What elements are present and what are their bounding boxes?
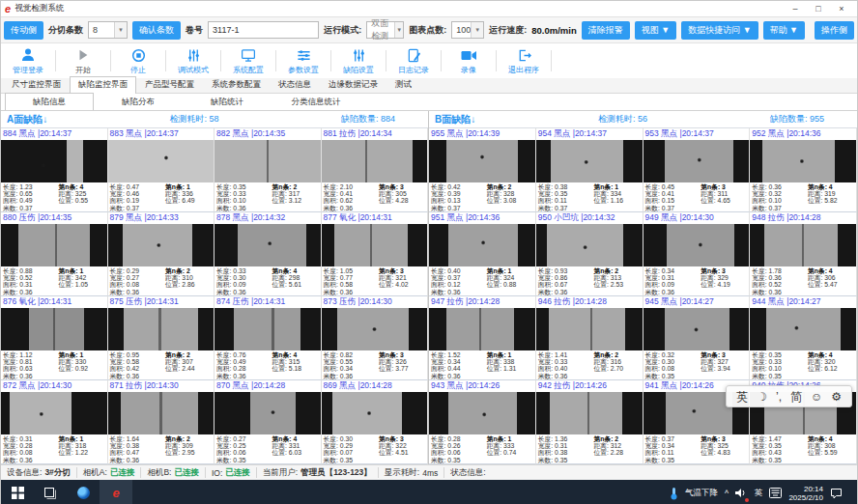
action-slidersh-button[interactable]: 参数设置 xyxy=(278,44,329,77)
task-view-button[interactable] xyxy=(34,480,67,504)
defect-image[interactable] xyxy=(644,140,750,182)
defect-image[interactable] xyxy=(644,308,750,350)
defect-image[interactable] xyxy=(1,392,107,434)
ime-simplified[interactable]: 简 xyxy=(790,391,802,403)
weather-text[interactable]: 气温下降 xyxy=(685,488,718,499)
main-tab-2[interactable]: 产品型号配置 xyxy=(136,76,203,93)
defect-card[interactable]: 878 黑点 |20:14:32 长度: 0.33 宽度: 0.30 面积: 0… xyxy=(214,212,322,296)
defect-image[interactable] xyxy=(214,392,321,434)
main-tab-4[interactable]: 状态信息 xyxy=(270,76,320,93)
main-tab-1[interactable]: 缺陷监控界面 xyxy=(70,76,136,94)
defect-card[interactable]: 874 压伤 |20:14:31 长度: 0.76 宽度: 0.49 面积: 0… xyxy=(214,296,322,380)
ime-lang-en[interactable]: 英 xyxy=(736,391,748,403)
defect-image[interactable] xyxy=(214,308,321,350)
defect-card[interactable]: 871 拉伤 |20:14:30 长度: 1.64 宽度: 0.38 面积: 0… xyxy=(108,380,215,464)
main-tab-3[interactable]: 系统参数配置 xyxy=(203,76,270,93)
defect-card[interactable]: 948 拉伤 |20:14:28 长度: 1.78 宽度: 0.36 面积: 0… xyxy=(750,212,857,296)
defect-card[interactable]: 949 黑点 |20:14:30 长度: 0.34 宽度: 0.31 面积: 0… xyxy=(644,212,751,296)
defect-image[interactable] xyxy=(108,308,214,350)
help-menu-button[interactable]: 帮助 ▼ xyxy=(763,21,805,40)
defect-card[interactable]: 880 压伤 |20:14:35 长度: 0.88 宽度: 0.52 面积: 0… xyxy=(1,212,108,296)
defect-image[interactable] xyxy=(750,224,856,266)
roll-number-input[interactable]: 3117-1 xyxy=(208,21,319,39)
action-log-button[interactable]: 日志记录 xyxy=(388,44,439,77)
strip-count-select[interactable]: 8▼ xyxy=(88,21,128,39)
defect-image[interactable] xyxy=(1,308,107,350)
defect-card[interactable]: 877 氧化 |20:14:31 长度: 1.05 宽度: 0.77 面积: 0… xyxy=(322,212,429,296)
defect-card[interactable]: 954 黑点 |20:14:37 长度: 0.38 宽度: 0.35 面积: 0… xyxy=(536,128,644,212)
keyboard-icon[interactable] xyxy=(769,488,782,498)
defect-image[interactable] xyxy=(322,392,428,434)
defect-card[interactable]: 952 黑点 |20:14:36 长度: 0.36 宽度: 0.32 面积: 0… xyxy=(750,128,857,212)
operator-side-button[interactable]: 操作侧 xyxy=(815,21,854,40)
defect-card[interactable]: 876 氧化 |20:14:31 长度: 1.12 宽度: 0.81 面积: 0… xyxy=(1,296,108,380)
defect-card[interactable]: 872 黑点 |20:14:30 长度: 0.31 宽度: 0.28 面积: 0… xyxy=(1,380,108,464)
defect-image[interactable] xyxy=(322,308,428,350)
action-monitor-button[interactable]: 系统配置 xyxy=(223,44,273,77)
defect-image[interactable] xyxy=(214,140,321,182)
defect-image[interactable] xyxy=(1,224,107,266)
defect-image[interactable] xyxy=(750,140,856,182)
defect-image[interactable] xyxy=(750,308,856,350)
start-button[interactable] xyxy=(1,480,34,504)
main-tab-6[interactable]: 测试 xyxy=(386,76,420,93)
action-camera-button[interactable]: 录像 xyxy=(443,44,494,77)
main-tab-5[interactable]: 边缘数据记录 xyxy=(320,76,386,93)
defect-image[interactable] xyxy=(108,392,214,434)
defect-image[interactable] xyxy=(214,224,321,266)
ime-language-indicator[interactable]: 英 xyxy=(755,488,763,499)
sub-tab-1[interactable]: 缺陷分布 xyxy=(94,94,183,110)
defect-image[interactable] xyxy=(536,140,643,182)
action-stop-button[interactable]: 停止 xyxy=(113,44,163,77)
run-mode-select[interactable]: 双面检测▼ xyxy=(366,21,404,39)
defect-image[interactable] xyxy=(108,140,214,182)
sub-tab-3[interactable]: 分类信息统计 xyxy=(272,94,360,110)
taskbar-clock[interactable]: 20:14 2025/2/10 xyxy=(788,485,823,502)
volume-icon[interactable] xyxy=(735,485,748,502)
confirm-strips-button[interactable]: 确认条数 xyxy=(132,21,181,40)
maximize-button[interactable]: □ xyxy=(807,4,830,14)
defect-card[interactable]: 955 黑点 |20:14:39 长度: 0.42 宽度: 0.39 面积: 0… xyxy=(429,128,536,212)
sub-tab-2[interactable]: 缺陷统计 xyxy=(183,94,272,110)
defect-image[interactable] xyxy=(108,224,214,266)
inspection-app-icon[interactable]: e xyxy=(100,480,132,504)
view-menu-button[interactable]: 视图 ▼ xyxy=(635,21,676,40)
defect-image[interactable] xyxy=(429,140,535,182)
defect-card[interactable]: 950 小凹坑 |20:14:32 长度: 0.93 宽度: 0.86 面积: … xyxy=(536,212,644,296)
defect-image[interactable] xyxy=(429,392,535,434)
defect-card[interactable]: 882 黑点 |20:14:35 长度: 0.35 宽度: 0.33 面积: 0… xyxy=(214,128,322,212)
defect-card[interactable]: 942 拉伤 |20:14:26 长度: 1.36 宽度: 0.31 面积: 0… xyxy=(536,380,644,464)
ime-fullhalf-moon-icon[interactable]: ☽ xyxy=(757,391,767,403)
defect-image[interactable] xyxy=(322,224,428,266)
ime-punctuation[interactable]: ’, xyxy=(776,391,782,403)
data-quick-access-button[interactable]: 数据快捷访问 ▼ xyxy=(681,21,758,40)
ime-emoji-icon[interactable]: ☺ xyxy=(811,391,822,403)
defect-image[interactable] xyxy=(1,140,107,182)
action-center-icon[interactable] xyxy=(830,488,843,499)
defect-image[interactable] xyxy=(536,392,643,434)
defect-card[interactable]: 947 拉伤 |20:14:28 长度: 1.52 宽度: 0.34 面积: 0… xyxy=(429,296,536,380)
clear-alarm-button[interactable]: 清除报警 xyxy=(582,21,630,40)
panel-a-title[interactable]: A面缺陷↓ xyxy=(7,113,47,126)
chart-points-select[interactable]: 100▼ xyxy=(451,21,484,39)
main-tab-0[interactable]: 尺寸监控界面 xyxy=(3,76,70,93)
defect-card[interactable]: 870 黑点 |20:14:28 长度: 0.27 宽度: 0.25 面积: 0… xyxy=(214,380,322,464)
defect-image[interactable] xyxy=(644,224,750,266)
hidden-icons-chevron[interactable]: ^ xyxy=(725,489,729,498)
defect-card[interactable]: 875 压伤 |20:14:31 长度: 0.95 宽度: 0.58 面积: 0… xyxy=(108,296,215,380)
action-tune-button[interactable]: 调试模式 xyxy=(168,44,218,77)
defect-card[interactable]: 945 黑点 |20:14:27 长度: 0.32 宽度: 0.30 面积: 0… xyxy=(644,296,751,380)
action-user-button[interactable]: 管理登录 xyxy=(3,44,53,77)
defect-image[interactable] xyxy=(322,140,428,182)
defect-image[interactable] xyxy=(536,308,643,350)
panel-b-title[interactable]: B面缺陷↓ xyxy=(435,113,475,126)
browser-app-icon[interactable] xyxy=(67,480,100,504)
defect-card[interactable]: 869 黑点 |20:14:28 长度: 0.30 宽度: 0.29 面积: 0… xyxy=(322,380,429,464)
drive-side-button[interactable]: 传动侧 xyxy=(4,21,43,40)
close-button[interactable]: × xyxy=(830,4,853,14)
defect-card[interactable]: 953 黑点 |20:14:37 长度: 0.45 宽度: 0.41 面积: 0… xyxy=(644,128,751,212)
minimize-button[interactable]: – xyxy=(784,4,807,14)
action-exit-button[interactable]: 退出程序 xyxy=(499,44,549,77)
defect-card[interactable]: 883 黑点 |20:14:37 长度: 0.47 宽度: 0.46 面积: 0… xyxy=(108,128,215,212)
ime-settings-gear-icon[interactable]: ⚙ xyxy=(831,391,842,403)
